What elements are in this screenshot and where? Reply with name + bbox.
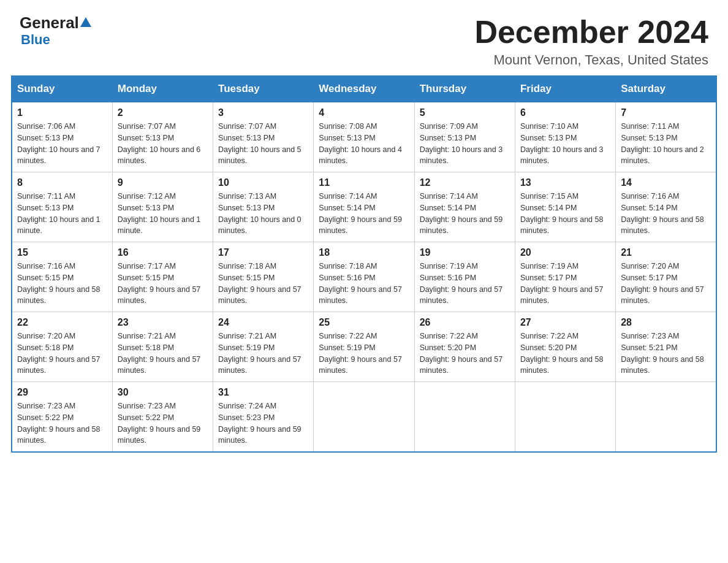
day-info: Sunrise: 7:17 AMSunset: 5:15 PMDaylight:… (118, 261, 208, 307)
svg-marker-0 (80, 17, 91, 27)
day-number: 5 (420, 107, 510, 118)
day-info: Sunrise: 7:07 AMSunset: 5:13 PMDaylight:… (118, 121, 208, 167)
day-info: Sunrise: 7:24 AMSunset: 5:23 PMDaylight:… (218, 400, 308, 446)
day-number: 20 (520, 247, 610, 258)
day-number: 6 (520, 107, 610, 118)
logo-triangle-icon (79, 16, 93, 29)
day-number: 8 (17, 177, 107, 188)
day-info: Sunrise: 7:12 AMSunset: 5:13 PMDaylight:… (118, 191, 208, 237)
table-row: 20Sunrise: 7:19 AMSunset: 5:17 PMDayligh… (515, 242, 615, 312)
col-sunday: Sunday (12, 76, 112, 102)
day-number: 4 (319, 107, 409, 118)
table-row: 25Sunrise: 7:22 AMSunset: 5:19 PMDayligh… (314, 312, 414, 382)
location-title: Mount Vernon, Texas, United States (474, 52, 708, 68)
table-row: 1Sunrise: 7:06 AMSunset: 5:13 PMDaylight… (12, 102, 112, 172)
day-number: 28 (621, 317, 711, 328)
day-info: Sunrise: 7:23 AMSunset: 5:22 PMDaylight:… (118, 400, 208, 446)
day-number: 25 (319, 317, 409, 328)
day-number: 26 (420, 317, 510, 328)
day-info: Sunrise: 7:16 AMSunset: 5:15 PMDaylight:… (17, 261, 107, 307)
table-row: 10Sunrise: 7:13 AMSunset: 5:13 PMDayligh… (213, 172, 314, 242)
calendar-week-row: 22Sunrise: 7:20 AMSunset: 5:18 PMDayligh… (12, 312, 716, 382)
day-info: Sunrise: 7:15 AMSunset: 5:14 PMDaylight:… (520, 191, 610, 237)
day-info: Sunrise: 7:14 AMSunset: 5:14 PMDaylight:… (319, 191, 409, 237)
table-row: 28Sunrise: 7:23 AMSunset: 5:21 PMDayligh… (616, 312, 716, 382)
col-thursday: Thursday (414, 76, 515, 102)
day-number: 27 (520, 317, 610, 328)
col-friday: Friday (515, 76, 615, 102)
day-number: 29 (17, 387, 107, 398)
table-row: 22Sunrise: 7:20 AMSunset: 5:18 PMDayligh… (12, 312, 112, 382)
day-info: Sunrise: 7:18 AMSunset: 5:16 PMDaylight:… (319, 261, 409, 307)
table-row: 17Sunrise: 7:18 AMSunset: 5:15 PMDayligh… (213, 242, 314, 312)
table-row (414, 382, 515, 453)
day-info: Sunrise: 7:11 AMSunset: 5:13 PMDaylight:… (17, 191, 107, 237)
table-row: 6Sunrise: 7:10 AMSunset: 5:13 PMDaylight… (515, 102, 615, 172)
day-number: 21 (621, 247, 711, 258)
table-row: 5Sunrise: 7:09 AMSunset: 5:13 PMDaylight… (414, 102, 515, 172)
day-number: 22 (17, 317, 107, 328)
day-info: Sunrise: 7:22 AMSunset: 5:20 PMDaylight:… (520, 331, 610, 377)
table-row: 26Sunrise: 7:22 AMSunset: 5:20 PMDayligh… (414, 312, 515, 382)
day-number: 19 (420, 247, 510, 258)
day-info: Sunrise: 7:20 AMSunset: 5:17 PMDaylight:… (621, 261, 711, 307)
table-row: 21Sunrise: 7:20 AMSunset: 5:17 PMDayligh… (616, 242, 716, 312)
table-row: 15Sunrise: 7:16 AMSunset: 5:15 PMDayligh… (12, 242, 112, 312)
header-row: Sunday Monday Tuesday Wednesday Thursday… (12, 76, 716, 102)
col-tuesday: Tuesday (213, 76, 314, 102)
table-row: 13Sunrise: 7:15 AMSunset: 5:14 PMDayligh… (515, 172, 615, 242)
day-info: Sunrise: 7:08 AMSunset: 5:13 PMDaylight:… (319, 121, 409, 167)
table-row: 11Sunrise: 7:14 AMSunset: 5:14 PMDayligh… (314, 172, 414, 242)
logo-general: General (20, 15, 79, 31)
day-number: 30 (118, 387, 208, 398)
day-info: Sunrise: 7:21 AMSunset: 5:18 PMDaylight:… (118, 331, 208, 377)
col-monday: Monday (112, 76, 213, 102)
table-row (515, 382, 615, 453)
day-number: 31 (218, 387, 308, 398)
table-row: 24Sunrise: 7:21 AMSunset: 5:19 PMDayligh… (213, 312, 314, 382)
day-number: 18 (319, 247, 409, 258)
table-row: 23Sunrise: 7:21 AMSunset: 5:18 PMDayligh… (112, 312, 213, 382)
day-number: 9 (118, 177, 208, 188)
table-row: 14Sunrise: 7:16 AMSunset: 5:14 PMDayligh… (616, 172, 716, 242)
table-row: 2Sunrise: 7:07 AMSunset: 5:13 PMDaylight… (112, 102, 213, 172)
day-info: Sunrise: 7:19 AMSunset: 5:16 PMDaylight:… (420, 261, 510, 307)
calendar-table: Sunday Monday Tuesday Wednesday Thursday… (11, 75, 717, 453)
day-info: Sunrise: 7:18 AMSunset: 5:15 PMDaylight:… (218, 261, 308, 307)
day-info: Sunrise: 7:10 AMSunset: 5:13 PMDaylight:… (520, 121, 610, 167)
day-info: Sunrise: 7:22 AMSunset: 5:19 PMDaylight:… (319, 331, 409, 377)
table-row (314, 382, 414, 453)
table-row: 30Sunrise: 7:23 AMSunset: 5:22 PMDayligh… (112, 382, 213, 453)
day-info: Sunrise: 7:14 AMSunset: 5:14 PMDaylight:… (420, 191, 510, 237)
page-header: General Blue December 2024 Mount Vernon,… (0, 0, 728, 75)
table-row: 8Sunrise: 7:11 AMSunset: 5:13 PMDaylight… (12, 172, 112, 242)
month-title: December 2024 (474, 15, 708, 50)
day-info: Sunrise: 7:11 AMSunset: 5:13 PMDaylight:… (621, 121, 711, 167)
table-row: 29Sunrise: 7:23 AMSunset: 5:22 PMDayligh… (12, 382, 112, 453)
logo: General Blue (20, 15, 93, 48)
title-area: December 2024 Mount Vernon, Texas, Unite… (474, 15, 708, 68)
day-number: 11 (319, 177, 409, 188)
day-info: Sunrise: 7:21 AMSunset: 5:19 PMDaylight:… (218, 331, 308, 377)
day-info: Sunrise: 7:20 AMSunset: 5:18 PMDaylight:… (17, 331, 107, 377)
table-row: 18Sunrise: 7:18 AMSunset: 5:16 PMDayligh… (314, 242, 414, 312)
table-row: 3Sunrise: 7:07 AMSunset: 5:13 PMDaylight… (213, 102, 314, 172)
day-number: 10 (218, 177, 308, 188)
day-info: Sunrise: 7:06 AMSunset: 5:13 PMDaylight:… (17, 121, 107, 167)
logo-blue: Blue (21, 32, 50, 48)
col-wednesday: Wednesday (314, 76, 414, 102)
calendar-week-row: 8Sunrise: 7:11 AMSunset: 5:13 PMDaylight… (12, 172, 716, 242)
calendar-week-row: 15Sunrise: 7:16 AMSunset: 5:15 PMDayligh… (12, 242, 716, 312)
table-row: 16Sunrise: 7:17 AMSunset: 5:15 PMDayligh… (112, 242, 213, 312)
calendar-container: Sunday Monday Tuesday Wednesday Thursday… (0, 75, 728, 464)
day-number: 2 (118, 107, 208, 118)
day-info: Sunrise: 7:22 AMSunset: 5:20 PMDaylight:… (420, 331, 510, 377)
table-row: 9Sunrise: 7:12 AMSunset: 5:13 PMDaylight… (112, 172, 213, 242)
table-row: 4Sunrise: 7:08 AMSunset: 5:13 PMDaylight… (314, 102, 414, 172)
day-number: 7 (621, 107, 711, 118)
day-number: 23 (118, 317, 208, 328)
day-number: 3 (218, 107, 308, 118)
table-row: 27Sunrise: 7:22 AMSunset: 5:20 PMDayligh… (515, 312, 615, 382)
day-number: 14 (621, 177, 711, 188)
day-info: Sunrise: 7:23 AMSunset: 5:22 PMDaylight:… (17, 400, 107, 446)
